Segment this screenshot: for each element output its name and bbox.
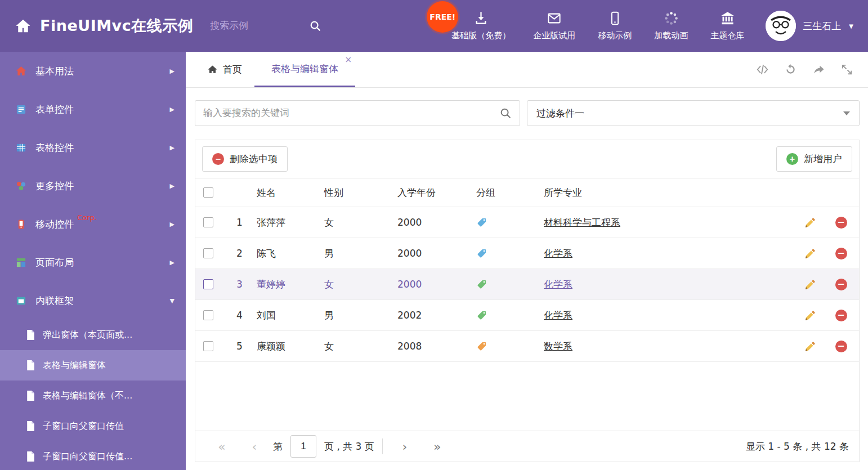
- button-label: 删除选中项: [230, 153, 278, 165]
- next-page-button[interactable]: ›: [388, 440, 421, 454]
- major-link[interactable]: 数学系: [544, 341, 572, 352]
- edit-icon[interactable]: [804, 310, 816, 321]
- edit-icon[interactable]: [804, 341, 816, 352]
- cell-year: 2002: [396, 310, 475, 321]
- file-icon: [26, 421, 35, 431]
- sidebar-subitem-label: 子窗口向父窗口传值...: [43, 451, 132, 463]
- major-link[interactable]: 化学系: [544, 310, 572, 321]
- sidebar-subitem-child-to-parent[interactable]: 子窗口向父窗口传值: [0, 411, 186, 441]
- sidebar-item-label: 内联框架: [35, 294, 74, 307]
- chevron-right-icon: ▶: [170, 106, 175, 113]
- major-link[interactable]: 材料科学与工程系: [544, 217, 620, 228]
- caret-down-icon: ▼: [849, 23, 853, 29]
- shapes-icon: [16, 181, 26, 191]
- prev-page-button[interactable]: ‹: [238, 440, 271, 454]
- pagination-bar: « ‹ 第 页 , 共 3 页 › » 显示 1 - 5 条 , 共 12 条: [195, 431, 859, 462]
- sidebar-subitem-child-to-parent-2[interactable]: 子窗口向父窗口传值...: [0, 441, 186, 470]
- sidebar-subitem-grid-edit-window[interactable]: 表格与编辑窗体: [0, 350, 186, 381]
- plus-circle-icon: +: [786, 153, 798, 165]
- page-label-before: 第: [273, 440, 283, 453]
- sidebar-item-form-controls[interactable]: 表单控件 ▶: [0, 90, 186, 128]
- mobile-icon: [16, 219, 26, 230]
- delete-selected-button[interactable]: − 删除选中项: [202, 146, 288, 172]
- table-row: 2 陈飞 男 2000 化学系 −: [195, 238, 859, 269]
- row-checkbox[interactable]: [203, 310, 213, 320]
- sidebar-subitem-label: 弹出窗体（本页面或...: [43, 329, 132, 341]
- edit-icon[interactable]: [804, 279, 816, 290]
- header-year: 入学年份: [396, 186, 475, 199]
- nav-item-loading-animation[interactable]: 加载动画: [643, 0, 699, 52]
- search-icon[interactable]: [309, 20, 321, 32]
- refresh-icon[interactable]: [784, 63, 797, 76]
- nav-item-theme-repo[interactable]: 主题仓库: [699, 0, 755, 52]
- sidebar-item-label: 表格控件: [35, 141, 74, 154]
- tab-home[interactable]: 首页: [195, 52, 254, 87]
- delete-icon[interactable]: −: [835, 279, 847, 290]
- frame-icon: [16, 296, 26, 306]
- sidebar-subitem-grid-edit-window-2[interactable]: 表格与编辑窗体（不...: [0, 381, 186, 411]
- last-page-button[interactable]: »: [421, 440, 454, 454]
- sidebar-item-basic-usage[interactable]: 基本用法 ▶: [0, 52, 186, 90]
- tab-label: 首页: [223, 63, 242, 76]
- sidebar-item-page-layout[interactable]: 页面布局 ▶: [0, 243, 186, 281]
- spinner-icon: [664, 11, 679, 26]
- delete-icon[interactable]: −: [835, 248, 847, 259]
- nav-item-basic-edition[interactable]: FREE! 基础版（免费）: [440, 0, 522, 52]
- envelope-icon: [547, 11, 562, 26]
- nav-label: 主题仓库: [710, 30, 744, 41]
- home-icon: [207, 64, 218, 75]
- tab-grid-edit-window[interactable]: 表格与编辑窗体 ×: [254, 52, 355, 87]
- sidebar-item-label: 基本用法: [35, 65, 74, 78]
- row-checkbox[interactable]: [203, 341, 213, 351]
- nav-label: 企业版试用: [533, 30, 575, 41]
- header-group: 分组: [475, 186, 543, 199]
- user-menu[interactable]: 三生石上 ▼: [755, 11, 868, 41]
- search-icon[interactable]: [499, 107, 512, 119]
- delete-icon[interactable]: −: [835, 341, 847, 352]
- header-search-input[interactable]: [210, 20, 294, 32]
- sidebar-subitem-popup-window[interactable]: 弹出窗体（本页面或...: [0, 320, 186, 350]
- page-number-input[interactable]: [290, 435, 316, 458]
- edit-icon[interactable]: [804, 248, 816, 259]
- cell-gender: 男: [323, 247, 396, 260]
- chevron-right-icon: ▶: [170, 221, 175, 228]
- first-page-button[interactable]: «: [205, 440, 238, 454]
- expand-icon[interactable]: [840, 63, 853, 76]
- nav-label: 移动示例: [598, 30, 632, 41]
- delete-icon[interactable]: −: [835, 310, 847, 321]
- nav-item-enterprise-trial[interactable]: 企业版试用: [522, 0, 587, 52]
- nav-item-mobile-demo[interactable]: 移动示例: [587, 0, 643, 52]
- username: 三生石上: [803, 20, 841, 33]
- cell-name: 陈飞: [256, 247, 323, 260]
- delete-icon[interactable]: −: [835, 217, 847, 229]
- sidebar-item-more-controls[interactable]: 更多控件 ▶: [0, 167, 186, 205]
- sidebar-item-inline-frame[interactable]: 内联框架 ▼: [0, 281, 186, 320]
- button-label: 新增用户: [804, 153, 842, 165]
- code-icon[interactable]: [756, 63, 769, 76]
- bank-icon: [720, 11, 735, 26]
- record-summary: 显示 1 - 5 条 , 共 12 条: [746, 440, 849, 453]
- forward-arrow-icon[interactable]: [812, 63, 825, 76]
- row-index: 1: [221, 217, 256, 228]
- cell-name: 张萍萍: [256, 216, 323, 229]
- filter-condition-dropdown[interactable]: 过滤条件一: [527, 100, 860, 126]
- sidebar-item-mobile-controls[interactable]: 移动控件 Corp. ▶: [0, 205, 186, 243]
- edit-icon[interactable]: [804, 217, 816, 229]
- tab-bar: 首页 表格与编辑窗体 ×: [186, 52, 868, 88]
- select-all-checkbox[interactable]: [203, 187, 213, 198]
- file-icon: [26, 391, 35, 401]
- row-index: 5: [221, 341, 256, 352]
- major-link[interactable]: 化学系: [544, 279, 572, 290]
- row-checkbox[interactable]: [203, 248, 213, 258]
- keyword-input[interactable]: [195, 108, 499, 119]
- close-icon[interactable]: ×: [344, 56, 352, 64]
- brand[interactable]: FineUIMvc在线示例: [0, 16, 193, 36]
- sidebar-item-grid-controls[interactable]: 表格控件 ▶: [0, 128, 186, 167]
- file-icon: [26, 330, 35, 340]
- add-user-button[interactable]: + 新增用户: [776, 146, 852, 172]
- sidebar-subitem-label: 表格与编辑窗体: [43, 360, 106, 371]
- row-checkbox[interactable]: [203, 217, 213, 227]
- row-checkbox[interactable]: [203, 279, 213, 289]
- cell-gender: 男: [323, 309, 396, 322]
- major-link[interactable]: 化学系: [544, 248, 572, 259]
